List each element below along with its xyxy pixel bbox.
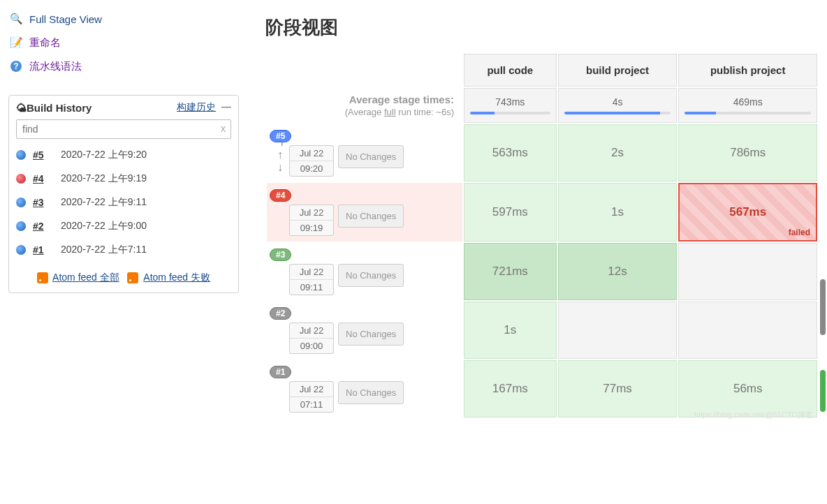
- build-history-title-text: Build History: [27, 102, 92, 114]
- stage-run-row: #3 Jul 2209:11 No Changes 721ms12s: [267, 243, 817, 300]
- sun-icon: 🌤: [16, 102, 27, 114]
- build-date: 2020-7-22 上午7:11: [61, 244, 147, 256]
- build-date: 2020-7-22 上午9:11: [61, 196, 147, 209]
- stage-cell[interactable]: 167ms: [464, 360, 557, 417]
- build-history-row[interactable]: #2 2020-7-22 上午9:00: [16, 214, 231, 238]
- stage-run-row: #2 Jul 2209:00 No Changes 1s: [267, 302, 817, 359]
- nav-rename[interactable]: 📝 重命名: [8, 31, 257, 54]
- run-datetime: Jul 2209:20: [289, 145, 334, 177]
- avg-cell: 743ms: [464, 88, 557, 123]
- stage-cell[interactable]: 12s: [558, 243, 678, 300]
- nav-full-stage-link[interactable]: Full Stage View: [29, 13, 102, 25]
- run-label: #3 Jul 2209:11 No Changes: [267, 243, 462, 300]
- no-changes-box[interactable]: No Changes: [338, 205, 404, 228]
- stage-run-row: #4 Jul 2209:19 No Changes 597ms1s567msfa…: [267, 183, 817, 242]
- stage-header: pull code: [464, 54, 557, 87]
- build-number[interactable]: #2: [33, 221, 61, 232]
- stage-run-row: #5 Jul 2209:20 No Changes 563ms2s786ms: [267, 124, 817, 181]
- run-label: #2 Jul 2209:00 No Changes: [267, 302, 462, 359]
- status-ball-icon: [16, 174, 26, 184]
- no-changes-box[interactable]: No Changes: [338, 323, 404, 346]
- stage-cell-empty: [678, 302, 817, 359]
- run-datetime: Jul 2209:11: [289, 264, 334, 295]
- run-badge[interactable]: #2: [270, 307, 291, 320]
- watermark: https://blog.csdn.net/@51CTO博客: [694, 410, 813, 420]
- atom-feed-fail[interactable]: Atom feed 失败: [143, 272, 210, 283]
- rss-icon: [37, 272, 48, 283]
- stage-cell-failed[interactable]: 567msfailed: [678, 183, 817, 242]
- no-changes-box[interactable]: No Changes: [338, 145, 404, 168]
- build-history-link[interactable]: 构建历史: [177, 101, 216, 112]
- help-icon: ?: [8, 59, 24, 74]
- status-ball-icon: [16, 198, 26, 207]
- stage-view-title: 阶段视图: [265, 15, 819, 40]
- build-date: 2020-7-22 上午9:19: [61, 172, 147, 185]
- build-number[interactable]: #4: [33, 173, 61, 184]
- build-date: 2020-7-22 上午9:00: [61, 220, 147, 232]
- build-history-box: 🌤 Build History 构建历史 — x #5 2020-7-22 上午…: [8, 95, 239, 293]
- run-datetime: Jul 2207:11: [289, 381, 334, 413]
- run-datetime: Jul 2209:00: [289, 323, 334, 354]
- stage-cell[interactable]: 77ms: [558, 360, 678, 417]
- status-ball-icon: [16, 245, 26, 255]
- history-search-input[interactable]: [16, 119, 231, 139]
- rss-icon: [127, 272, 138, 283]
- nav-pipeline-syntax[interactable]: ? 流水线语法: [8, 54, 257, 78]
- no-changes-box[interactable]: No Changes: [338, 381, 404, 404]
- build-date: 2020-7-22 上午9:20: [61, 149, 147, 161]
- run-label: #1 Jul 2207:11 No Changes: [267, 360, 462, 417]
- stage-run-row: #1 Jul 2207:11 No Changes 167ms77ms56ms: [267, 360, 817, 417]
- build-history-title: 🌤 Build History: [16, 102, 92, 114]
- stage-header: publish project: [678, 54, 817, 87]
- run-datetime: Jul 2209:19: [289, 205, 334, 236]
- build-number[interactable]: #3: [33, 197, 61, 208]
- run-label: #5 Jul 2209:20 No Changes: [267, 124, 462, 181]
- avg-cell: 4s: [558, 88, 678, 123]
- stage-cell[interactable]: 2s: [558, 124, 678, 181]
- nav-pipeline-syntax-link[interactable]: 流水线语法: [29, 60, 82, 73]
- scrollbar-thumb[interactable]: [820, 279, 826, 335]
- stage-header: build project: [558, 54, 678, 87]
- stage-cell[interactable]: 563ms: [464, 124, 557, 181]
- avg-label: Average stage times: (Average full run t…: [267, 88, 462, 123]
- history-search-clear[interactable]: x: [221, 123, 226, 134]
- run-badge[interactable]: #4: [270, 189, 291, 202]
- build-history-row[interactable]: #4 2020-7-22 上午9:19: [16, 167, 231, 191]
- run-label: #4 Jul 2209:19 No Changes: [267, 183, 462, 242]
- status-ball-icon: [16, 221, 26, 231]
- edit-icon: 📝: [8, 35, 24, 50]
- nav-rename-link[interactable]: 重命名: [29, 36, 61, 50]
- magnifier-icon: 🔍: [8, 11, 24, 27]
- no-changes-box[interactable]: No Changes: [338, 264, 404, 287]
- stage-cell[interactable]: 1s: [558, 183, 678, 242]
- svg-text:?: ?: [13, 61, 18, 71]
- stage-cell[interactable]: 56ms: [678, 360, 817, 417]
- status-ball-icon: [16, 150, 26, 160]
- build-history-row[interactable]: #3 2020-7-22 上午9:11: [16, 191, 231, 214]
- history-collapse-toggle[interactable]: —: [221, 101, 231, 112]
- nav-full-stage-view[interactable]: 🔍 Full Stage View: [8, 7, 257, 31]
- run-badge[interactable]: #5: [270, 130, 291, 142]
- run-badge[interactable]: #3: [270, 249, 291, 261]
- stage-cell-empty: [558, 302, 678, 359]
- stage-cell[interactable]: 721ms: [464, 243, 557, 300]
- stage-cell-empty: [678, 243, 817, 300]
- avg-cell: 469ms: [678, 88, 817, 123]
- build-history-row[interactable]: #5 2020-7-22 上午9:20: [16, 143, 231, 167]
- stage-table: pull code build project publish project …: [265, 52, 819, 419]
- stage-cell[interactable]: 1s: [464, 302, 557, 359]
- build-number[interactable]: #5: [33, 149, 61, 161]
- build-number[interactable]: #1: [33, 244, 61, 255]
- stage-cell[interactable]: 786ms: [678, 124, 817, 181]
- scrollbar-indicator: [820, 370, 826, 412]
- atom-feed-all[interactable]: Atom feed 全部: [52, 272, 119, 283]
- build-history-row[interactable]: #1 2020-7-22 上午7:11: [16, 238, 231, 262]
- run-badge[interactable]: #1: [270, 366, 291, 378]
- stage-cell[interactable]: 597ms: [464, 183, 557, 242]
